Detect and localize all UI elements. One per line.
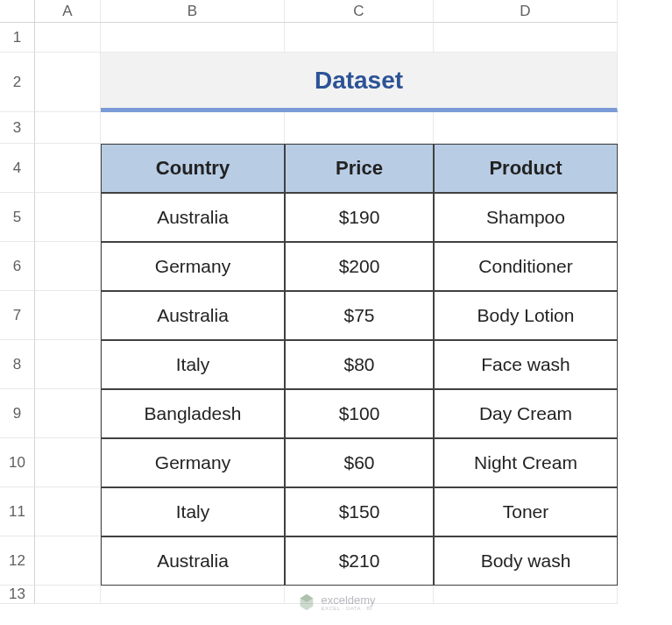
table-header-country[interactable]: Country [101,144,285,193]
row-header-10[interactable]: 10 [0,438,35,487]
table-row[interactable]: Toner [434,487,618,536]
cell-a9[interactable] [35,389,101,438]
col-header-d[interactable]: D [434,0,618,23]
table-row[interactable]: $80 [285,340,434,389]
table-row[interactable]: Germany [101,242,285,291]
watermark-tagline: EXCEL · DATA · BI [321,606,375,611]
cell-a12[interactable] [35,536,101,586]
col-header-a[interactable]: A [35,0,101,23]
spreadsheet-grid: A B C D 1 2 Dataset 3 4 Country Price Pr… [0,0,672,604]
dataset-title[interactable]: Dataset [101,53,618,112]
row-header-9[interactable]: 9 [0,389,35,438]
cell-d1[interactable] [434,23,618,53]
cell-d13[interactable] [434,586,618,604]
cell-a2[interactable] [35,53,101,112]
watermark: exceldemy EXCEL · DATA · BI [296,593,375,612]
row-header-1[interactable]: 1 [0,23,35,53]
cell-a4[interactable] [35,144,101,193]
cell-a10[interactable] [35,438,101,487]
table-row[interactable]: Shampoo [434,193,618,242]
row-header-11[interactable]: 11 [0,487,35,536]
table-row[interactable]: Day Cream [434,389,618,438]
row-header-7[interactable]: 7 [0,291,35,340]
row-header-13[interactable]: 13 [0,586,35,604]
table-row[interactable]: Body wash [434,536,618,586]
cell-b1[interactable] [101,23,285,53]
watermark-name: exceldemy [321,594,375,606]
cell-a11[interactable] [35,487,101,536]
cell-d3[interactable] [434,112,618,144]
cell-c1[interactable] [285,23,434,53]
select-all-corner[interactable] [0,0,35,23]
table-row[interactable]: $210 [285,536,434,586]
table-row[interactable]: $200 [285,242,434,291]
row-header-12[interactable]: 12 [0,536,35,586]
col-header-b[interactable]: B [101,0,285,23]
cell-a7[interactable] [35,291,101,340]
table-header-product[interactable]: Product [434,144,618,193]
cell-a6[interactable] [35,242,101,291]
table-row[interactable]: $150 [285,487,434,536]
row-header-5[interactable]: 5 [0,193,35,242]
table-header-price[interactable]: Price [285,144,434,193]
table-row[interactable]: Australia [101,291,285,340]
table-row[interactable]: Conditioner [434,242,618,291]
cell-a8[interactable] [35,340,101,389]
watermark-text: exceldemy EXCEL · DATA · BI [321,594,375,611]
table-row[interactable]: Bangladesh [101,389,285,438]
row-header-3[interactable]: 3 [0,112,35,144]
row-header-6[interactable]: 6 [0,242,35,291]
table-row[interactable]: Body Lotion [434,291,618,340]
cell-b3[interactable] [101,112,285,144]
col-header-c[interactable]: C [285,0,434,23]
table-row[interactable]: Australia [101,536,285,586]
cell-a3[interactable] [35,112,101,144]
row-header-4[interactable]: 4 [0,144,35,193]
table-row[interactable]: Italy [101,340,285,389]
table-row[interactable]: $190 [285,193,434,242]
cell-a1[interactable] [35,23,101,53]
table-row[interactable]: Night Cream [434,438,618,487]
table-row[interactable]: $60 [285,438,434,487]
table-row[interactable]: Australia [101,193,285,242]
logo-icon [296,593,315,612]
table-row[interactable]: $75 [285,291,434,340]
table-row[interactable]: $100 [285,389,434,438]
table-row[interactable]: Italy [101,487,285,536]
cell-a13[interactable] [35,586,101,604]
cell-a5[interactable] [35,193,101,242]
table-row[interactable]: Face wash [434,340,618,389]
table-row[interactable]: Germany [101,438,285,487]
row-header-2[interactable]: 2 [0,53,35,112]
cell-c3[interactable] [285,112,434,144]
row-header-8[interactable]: 8 [0,340,35,389]
cell-b13[interactable] [101,586,285,604]
